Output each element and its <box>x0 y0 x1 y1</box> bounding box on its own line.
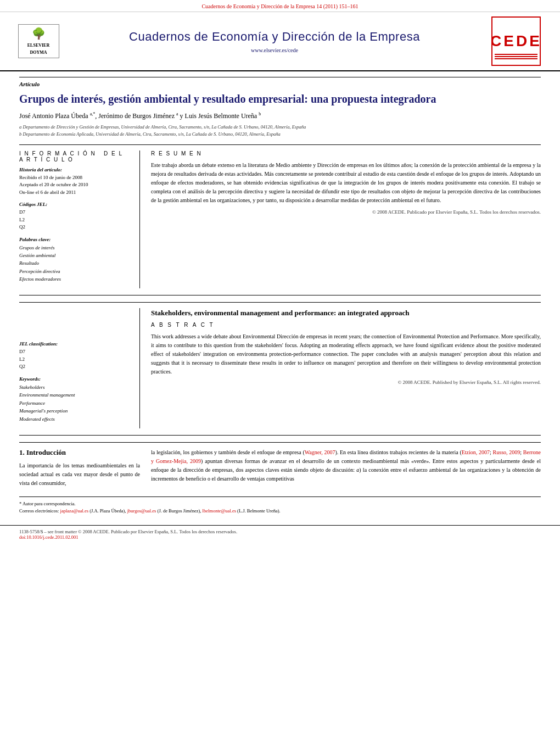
affiliation-a: a Departamento de Dirección y Gestión de… <box>19 124 541 131</box>
cede-logo-box: CEDE <box>491 16 541 66</box>
page-footer: 1138-5758/$ – see front matter © 2008 AC… <box>0 525 560 543</box>
cede-text: CEDE <box>491 32 541 50</box>
kw-en5: Moderated effects <box>19 415 128 423</box>
footer-issn: 1138-5758/$ – see front matter © 2008 AC… <box>19 529 541 534</box>
article-body: Artículo Grupos de interés, gestión ambi… <box>0 71 560 520</box>
historia-group: Historia del artículo: Recibido el 10 de… <box>19 167 128 197</box>
online-item: On-line el 6 de abril de 2011 <box>19 189 128 197</box>
introduction-section: 1. Introducción La importancia de los te… <box>19 442 541 488</box>
ref-russo[interactable]: Russo, 2009 <box>493 449 520 455</box>
abstract-label: A B S T R A C T <box>151 322 541 328</box>
article-info-col: I N F O R M A C I Ó N D E L A R T Í C U … <box>19 150 140 289</box>
abstract-col: Stakeholders, environmental management a… <box>140 308 541 428</box>
author-names: José Antonio Plaza Úbeda a,*, Jerónimo d… <box>19 112 261 120</box>
section-divider-1 <box>19 295 541 295</box>
jel1-item: D7 <box>19 209 128 216</box>
codigos-label: Códigos JEL: <box>19 202 128 207</box>
jel-english-label: JEL classification: <box>19 341 128 347</box>
elsevier-brand2: DOYMA <box>30 50 47 55</box>
english-title: Stakeholders, environmental management a… <box>151 308 541 318</box>
cede-decoration <box>492 53 540 60</box>
resumen-text: Este trabajo aborda un debate extenso en… <box>151 161 541 205</box>
kw4-item: Percepción directiva <box>19 267 128 275</box>
tree-icon: 🌳 <box>22 27 55 40</box>
right-logo-area: CEDE <box>489 16 544 66</box>
journal-title-block: Cuadernos de Economía y Dirección de la … <box>66 30 483 53</box>
section-divider-2 <box>19 435 541 436</box>
intro-heading: 1. Introducción <box>19 448 140 457</box>
elsevier-brand1: ELSEVIER <box>27 43 49 48</box>
footnote-email: Correos electrónicos: japlaza@ual.es (J.… <box>19 507 541 515</box>
affiliation-b: b Departamento de Economía Aplicada, Uni… <box>19 131 541 138</box>
footnote-star: * Autor para correspondencia. <box>19 500 541 507</box>
ref-etzion[interactable]: Etzion, 2007 <box>462 449 490 455</box>
footer-doi: doi:10.1016/j.cede.2011.02.001 <box>19 534 541 540</box>
jel-en1: D7 <box>19 348 128 356</box>
email-japlaza[interactable]: japlaza@ual.es <box>60 508 88 514</box>
authors-line: José Antonio Plaza Úbeda a,*, Jerónimo d… <box>19 111 541 120</box>
journal-main-title: Cuadernos de Economía y Dirección de la … <box>66 30 483 44</box>
email-jburgos[interactable]: jburgos@ual.es <box>127 508 156 514</box>
kw3-item: Resultado <box>19 259 128 267</box>
resumen-copyright: © 2008 ACEDE. Publicado por Elsevier Esp… <box>151 209 541 215</box>
info-resumen-block: I N F O R M A C I Ó N D E L A R T Í C U … <box>19 144 541 289</box>
info-section-label: I N F O R M A C I Ó N D E L A R T Í C U … <box>19 150 128 163</box>
jel2-item: L2 <box>19 216 128 224</box>
palabras-group: Palabras clave: Grupos de interés Gestió… <box>19 237 128 283</box>
intro-right-col: la legislación, los gobiernos y también … <box>151 448 541 488</box>
journal-reference-text: Cuadernos de Economía y Dirección de la … <box>201 3 358 9</box>
left-logo-area: 🌳 ELSEVIER DOYMA <box>16 24 60 59</box>
jel-en3: Q2 <box>19 363 128 371</box>
doi-link[interactable]: doi:10.1016/j.cede.2011.02.001 <box>19 534 79 540</box>
resumen-col: R E S U M E N Este trabajo aborda un deb… <box>140 150 541 289</box>
keywords-english-label: Keywords: <box>19 376 128 382</box>
kw-en4: Managerial's perception <box>19 407 128 415</box>
jel-en2: L2 <box>19 356 128 364</box>
jel3-item: Q2 <box>19 224 128 231</box>
intro-text-left: La importancia de los temas medioambient… <box>19 461 140 488</box>
abstract-text: This work addresses a wide debate about … <box>151 332 541 376</box>
palabras-label: Palabras clave: <box>19 237 128 242</box>
intro-text-right: la legislación, los gobiernos y también … <box>151 448 541 483</box>
kw-en2: Environmental management <box>19 391 128 399</box>
codigos-group: Códigos JEL: D7 L2 Q2 <box>19 202 128 231</box>
journal-header: 🌳 ELSEVIER DOYMA Cuadernos de Economía y… <box>0 12 560 71</box>
kw-en3: Performance <box>19 399 128 407</box>
affiliations: a Departamento de Dirección y Gestión de… <box>19 124 541 138</box>
kw5-item: Efectos moderadores <box>19 275 128 283</box>
footnotes: * Autor para correspondencia. Correos el… <box>19 496 541 515</box>
aceptado-item: Aceptado el 20 de octubre de 2010 <box>19 181 128 189</box>
recibido-item: Recibido el 10 de junio de 2008 <box>19 174 128 182</box>
email-lbelmonte[interactable]: lbelmonte@ual.es <box>203 508 236 514</box>
journal-website: www.elsevier.es/cede <box>66 47 483 53</box>
resumen-label: R E S U M E N <box>151 150 541 157</box>
english-block: JEL classification: D7 L2 Q2 Keywords: S… <box>19 302 541 428</box>
kw2-item: Gestión ambiental <box>19 252 128 259</box>
keywords-english-group: Keywords: Stakeholders Environmental man… <box>19 376 128 423</box>
article-type-label: Artículo <box>19 77 541 87</box>
article-main-title: Grupos de interés, gestión ambiental y r… <box>19 92 541 106</box>
kw1-item: Grupos de interés <box>19 244 128 252</box>
kw-en1: Stakeholders <box>19 383 128 391</box>
jel-english-col: JEL classification: D7 L2 Q2 Keywords: S… <box>19 308 140 428</box>
journal-reference-bar: Cuadernos de Economía y Dirección de la … <box>0 0 560 12</box>
elsevier-logo: 🌳 ELSEVIER DOYMA <box>18 24 59 59</box>
ref-wagner[interactable]: Wagner, 2007 <box>305 449 335 455</box>
jel-english-group: JEL classification: D7 L2 Q2 <box>19 341 128 371</box>
abstract-copyright: © 2008 ACEDE. Published by Elsevier Espa… <box>151 380 541 385</box>
spacer <box>19 308 128 341</box>
intro-left-col: 1. Introducción La importancia de los te… <box>19 448 140 488</box>
historia-label: Historia del artículo: <box>19 167 128 172</box>
